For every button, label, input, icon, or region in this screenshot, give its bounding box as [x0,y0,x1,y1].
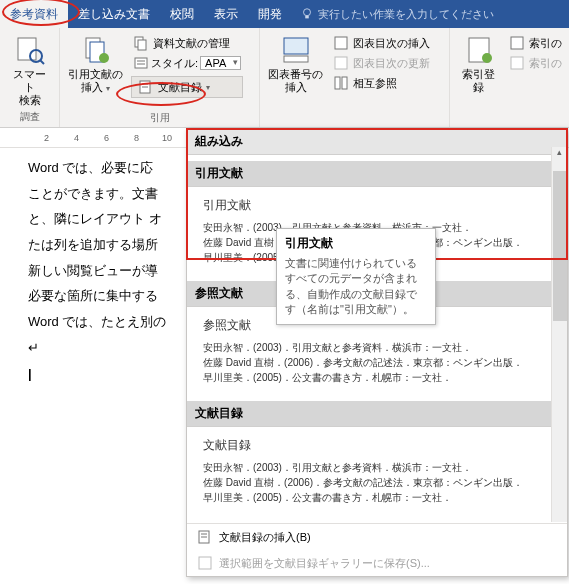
manage-sources-icon [133,35,149,51]
svg-line-4 [40,60,44,64]
save-gallery-icon [197,555,213,571]
svg-rect-17 [284,56,308,62]
svg-rect-21 [342,77,347,89]
group-label-citations: 引用 [64,109,255,127]
gallery-footer: 文献目録の挿入(B) 選択範囲を文献目録ギャラリーに保存(S)... [187,523,567,576]
insert-index-button[interactable]: 索引の [507,34,564,52]
tab-mailmerge[interactable]: 差し込み文書 [68,0,160,28]
group-research: スマート検索 調査 [0,28,60,127]
gallery-item-bibliography[interactable]: 文献目録 安田永智．(2003)．引用文献と参考資料．横浜市：一文社． 佐藤 D… [195,431,559,513]
tab-develop[interactable]: 開発 [248,0,292,28]
ribbon-panel: スマート検索 調査 引用文献の挿入 ▾ 資料文献の管理 スタイル: APA [0,28,569,128]
tab-reference[interactable]: 参考資料 [0,0,68,28]
svg-point-7 [99,53,109,63]
lightbulb-icon [300,7,314,21]
insert-bib-icon [197,529,213,545]
gallery-scrollbar[interactable]: ▴ [551,147,567,522]
svg-rect-20 [335,77,340,89]
insert-tof-button[interactable]: 図表目次の挿入 [331,34,432,52]
manage-sources-button[interactable]: 資料文献の管理 [131,34,243,52]
style-icon [133,55,149,71]
group-label-research: 調査 [4,108,55,126]
chevron-down-icon: ▾ [206,83,210,92]
update-index-button[interactable]: 索引の [507,54,564,72]
svg-point-0 [304,9,311,16]
crossref-icon [333,75,349,91]
tooltip: 引用文献 文書に関連付けられているすべての元データが含まれる、自動作成の文献目録… [276,228,436,325]
cross-reference-button[interactable]: 相互参照 [331,74,432,92]
tell-me-search[interactable]: 実行したい作業を入力してください [300,7,494,22]
svg-rect-29 [199,557,211,569]
svg-rect-1 [305,16,309,19]
group-index: 索引登録 索引の 索引の [450,28,568,127]
ribbon-tabs: 参考資料 差し込み文書 校閲 表示 開発 実行したい作業を入力してください [0,0,569,28]
svg-rect-19 [335,57,347,69]
group-citations: 引用文献の挿入 ▾ 資料文献の管理 スタイル: APA 文献目録 ▾ [60,28,260,127]
scroll-up-icon[interactable]: ▴ [552,147,567,157]
style-value[interactable]: APA [200,56,241,70]
citation-style-select[interactable]: スタイル: APA [131,54,243,72]
svg-rect-18 [335,37,347,49]
mark-index-button[interactable]: 索引登録 [454,30,503,112]
svg-rect-16 [284,38,308,54]
svg-rect-24 [511,37,523,49]
update-tof-icon [333,55,349,71]
bibliography-icon [138,79,154,95]
smart-lookup-icon [14,34,46,66]
caption-icon [280,34,312,66]
smart-lookup-button[interactable]: スマート検索 [4,30,55,108]
group-captions: 図表番号の挿入 図表目次の挿入 図表目次の更新 相互参照 [260,28,450,127]
insert-index-icon [509,35,525,51]
svg-rect-9 [138,40,146,50]
insert-citation-icon [80,34,112,66]
tof-icon [333,35,349,51]
gallery-builtin-header: 組み込み [187,129,567,155]
tab-view[interactable]: 表示 [204,0,248,28]
bibliography-gallery: 組み込み 引用文献 引用文献 安田永智．(2003)．引用文献と参考資料．横浜市… [186,128,568,577]
update-tof-button[interactable]: 図表目次の更新 [331,54,432,72]
svg-rect-10 [135,58,147,68]
bibliography-dropdown[interactable]: 文献目録 ▾ [131,76,243,98]
insert-citation-button[interactable]: 引用文献の挿入 ▾ [64,30,127,109]
tab-review[interactable]: 校閲 [160,0,204,28]
index-mark-icon [463,34,495,66]
insert-caption-button[interactable]: 図表番号の挿入 [264,30,327,112]
gallery-section-3: 文献目録 [187,401,567,427]
insert-bibliography-button[interactable]: 文献目録の挿入(B) [187,524,567,550]
gallery-section-1: 引用文献 [187,161,567,187]
scroll-thumb[interactable] [553,171,567,321]
svg-rect-25 [511,57,523,69]
svg-rect-2 [18,38,36,60]
update-index-icon [509,55,525,71]
save-to-gallery-button: 選択範囲を文献目録ギャラリーに保存(S)... [187,550,567,576]
tooltip-title: 引用文献 [285,235,427,252]
svg-point-23 [482,53,492,63]
tell-me-placeholder: 実行したい作業を入力してください [318,7,494,22]
tooltip-body: 文書に関連付けられているすべての元データが含まれる、自動作成の文献目録です（名前… [285,256,427,318]
